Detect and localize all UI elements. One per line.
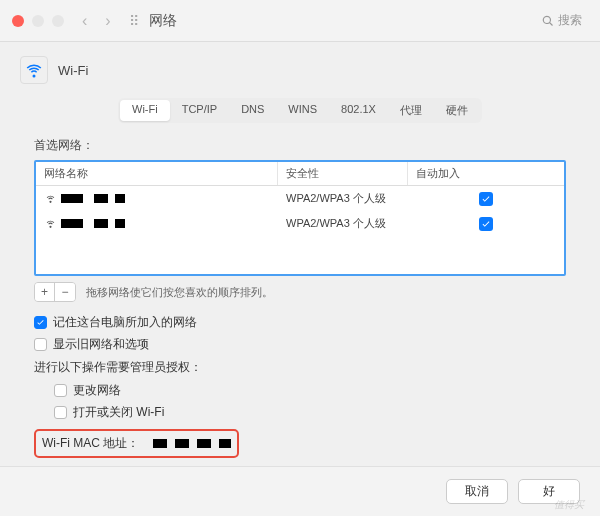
auto-join-checkbox[interactable] bbox=[479, 217, 493, 231]
toggle-wifi-label: 打开或关闭 Wi-Fi bbox=[73, 404, 164, 421]
nav-arrows: ‹ › bbox=[82, 12, 111, 30]
tab-[interactable]: 代理 bbox=[388, 100, 434, 121]
table-row[interactable]: WPA2/WPA3 个人级 bbox=[36, 211, 564, 236]
show-legacy-label: 显示旧网络和选项 bbox=[53, 336, 149, 353]
mac-address-value bbox=[153, 439, 231, 448]
remove-network-button[interactable]: − bbox=[55, 283, 75, 301]
toggle-wifi-checkbox[interactable] bbox=[54, 406, 67, 419]
close-window-button[interactable] bbox=[12, 15, 24, 27]
header: Wi-Fi bbox=[20, 56, 580, 84]
search-icon bbox=[542, 15, 554, 27]
preferred-networks-label: 首选网络： bbox=[34, 137, 566, 154]
tab-dns[interactable]: DNS bbox=[229, 100, 276, 121]
column-security[interactable]: 安全性 bbox=[278, 162, 408, 185]
back-button[interactable]: ‹ bbox=[82, 12, 87, 30]
add-remove-controls: + − bbox=[34, 282, 76, 302]
reorder-hint: 拖移网络使它们按您喜欢的顺序排列。 bbox=[86, 285, 273, 300]
signal-icon bbox=[44, 191, 57, 206]
search-field[interactable]: 搜索 bbox=[536, 10, 588, 31]
page-title: Wi-Fi bbox=[58, 63, 88, 78]
tab-8021x[interactable]: 802.1X bbox=[329, 100, 388, 121]
tab-tcpip[interactable]: TCP/IP bbox=[170, 100, 229, 121]
change-network-checkbox[interactable] bbox=[54, 384, 67, 397]
table-row[interactable]: WPA2/WPA3 个人级 bbox=[36, 186, 564, 211]
network-table: 网络名称 安全性 自动加入 WPA2/WPA3 个人级WPA2/WPA3 个人级 bbox=[34, 160, 566, 276]
add-network-button[interactable]: + bbox=[35, 283, 55, 301]
change-network-label: 更改网络 bbox=[73, 382, 121, 399]
window-title: 网络 bbox=[149, 12, 536, 30]
signal-icon bbox=[44, 216, 57, 231]
remember-networks-label: 记住这台电脑所加入的网络 bbox=[53, 314, 197, 331]
show-legacy-checkbox[interactable] bbox=[34, 338, 47, 351]
remember-networks-checkbox[interactable] bbox=[34, 316, 47, 329]
traffic-lights bbox=[12, 15, 64, 27]
cancel-button[interactable]: 取消 bbox=[446, 479, 508, 504]
wifi-icon bbox=[20, 56, 48, 84]
tabs: Wi-FiTCP/IPDNSWINS802.1X代理硬件 bbox=[20, 98, 580, 123]
minimize-window-button[interactable] bbox=[32, 15, 44, 27]
mac-address-row: Wi-Fi MAC 地址： bbox=[34, 429, 239, 458]
footer: 取消 好 bbox=[0, 466, 600, 516]
admin-auth-label: 进行以下操作需要管理员授权： bbox=[34, 359, 566, 376]
column-network-name[interactable]: 网络名称 bbox=[36, 162, 278, 185]
maximize-window-button[interactable] bbox=[52, 15, 64, 27]
tab-wifi[interactable]: Wi-Fi bbox=[120, 100, 170, 121]
auto-join-checkbox[interactable] bbox=[479, 192, 493, 206]
titlebar: ‹ › ⠿ 网络 搜索 bbox=[0, 0, 600, 42]
forward-button[interactable]: › bbox=[105, 12, 110, 30]
tab-[interactable]: 硬件 bbox=[434, 100, 480, 121]
watermark: 值得买 bbox=[554, 498, 584, 512]
column-auto-join[interactable]: 自动加入 bbox=[408, 162, 564, 185]
mac-address-label: Wi-Fi MAC 地址： bbox=[42, 435, 139, 452]
grid-icon[interactable]: ⠿ bbox=[129, 13, 139, 29]
tab-wins[interactable]: WINS bbox=[276, 100, 329, 121]
